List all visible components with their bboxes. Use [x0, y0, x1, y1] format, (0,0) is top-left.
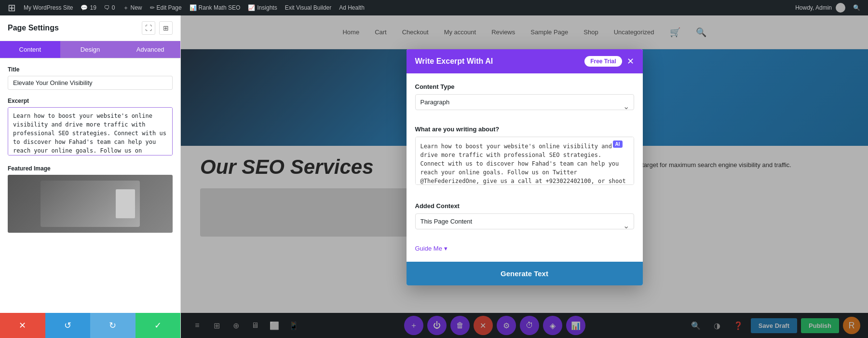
admin-bar-right: Howdy, Admin 🔍 [791, 0, 864, 15]
panel-tabs: Content Design Advanced [0, 41, 180, 58]
modal-footer: Generate Text [407, 262, 643, 285]
cancel-icon: ✕ [19, 320, 26, 331]
content-type-select[interactable]: Paragraph List Summary [415, 94, 634, 110]
admin-bar-search[interactable]: 🔍 [849, 0, 864, 15]
main-content-area: Home Cart Checkout My account Reviews Sa… [181, 15, 868, 338]
undo-icon: ↺ [64, 320, 71, 331]
title-input[interactable] [8, 76, 173, 90]
admin-bar-howdy[interactable]: Howdy, Admin [791, 0, 849, 15]
redo-icon: ↻ [109, 320, 116, 331]
plus-icon: ＋ [123, 4, 129, 12]
comments-count: 19 [90, 4, 96, 11]
admin-bar-new[interactable]: ＋ New [119, 0, 146, 15]
tab-advanced[interactable]: Advanced [120, 41, 180, 58]
avatar [836, 3, 845, 13]
added-context-label: Added Context [415, 202, 634, 210]
confirm-icon: ✓ [154, 320, 162, 331]
featured-image-thumb[interactable] [8, 175, 173, 233]
admin-bar-edit-page[interactable]: ✏ Edit Page [146, 0, 186, 15]
featured-image-group: Featured Image [8, 165, 173, 233]
panel-header: Page Settings ⛶ ⊞ [0, 15, 180, 41]
cancel-btn[interactable]: ✕ [0, 313, 45, 338]
panel-grid-btn[interactable]: ⊞ [159, 21, 173, 35]
modal-close-btn[interactable]: ✕ [627, 57, 634, 66]
edit-page-label: Edit Page [157, 4, 182, 11]
modal-question: What are you writing about? [415, 126, 634, 133]
content-type-label: Content Type [415, 83, 634, 90]
textarea-wrapper: Learn how to boost your website's online… [415, 137, 634, 195]
rank-math-label: Rank Math SEO [199, 4, 241, 11]
admin-bar-ad-health[interactable]: Ad Health [335, 0, 368, 15]
admin-bar-exit-builder[interactable]: Exit Visual Builder [281, 0, 336, 15]
admin-bar: ⊞ My WordPress Site 💬 19 🗨 0 ＋ New ✏ Edi… [0, 0, 868, 15]
panel-actions: ✕ ↺ ↻ ✓ [0, 313, 180, 338]
site-name-label: My WordPress Site [24, 4, 73, 11]
wp-logo-icon[interactable]: ⊞ [4, 2, 20, 14]
howdy-label: Howdy, Admin [795, 4, 832, 11]
modal-header-right: Free Trial ✕ [584, 56, 634, 67]
added-context-select[interactable]: This Page Content Custom Context [415, 213, 634, 229]
guide-me-btn[interactable]: Guide Me ▾ [415, 245, 634, 252]
modal-body: Content Type Paragraph List Summary ⌄ Wh… [407, 73, 643, 262]
panel-content: Title document.querySelector('[data-name… [0, 58, 180, 313]
insights-icon: 📈 [248, 4, 255, 11]
undo-btn[interactable]: ↺ [45, 313, 91, 338]
generate-text-btn[interactable]: Generate Text [407, 262, 643, 285]
ad-health-label: Ad Health [339, 4, 365, 11]
admin-bar-comments2[interactable]: 🗨 0 [100, 0, 119, 15]
excerpt-textarea[interactable]: Learn how to boost your website's online… [8, 107, 173, 155]
panel-expand-btn[interactable]: ⛶ [142, 21, 155, 35]
modal-header: Write Excerpt With AI Free Trial ✕ [407, 49, 643, 73]
modal-content-textarea[interactable]: Learn how to boost your website's online… [415, 137, 634, 185]
comment2-count: 0 [112, 4, 115, 11]
tab-design[interactable]: Design [60, 41, 121, 58]
title-label: Title [8, 66, 173, 73]
admin-bar-rank-math[interactable]: 📊 Rank Math SEO [186, 0, 244, 15]
guide-me-label: Guide Me [415, 245, 442, 252]
guide-me-chevron-icon: ▾ [444, 245, 448, 252]
comments-icon: 💬 [81, 4, 88, 11]
redo-btn[interactable]: ↻ [90, 313, 136, 338]
modal-title: Write Excerpt With AI [415, 57, 493, 66]
page-settings-panel: Page Settings ⛶ ⊞ Content Design Advance… [0, 15, 181, 338]
write-excerpt-modal: Write Excerpt With AI Free Trial ✕ Conte… [407, 49, 643, 285]
excerpt-label: Excerpt [8, 98, 173, 104]
rank-math-icon: 📊 [190, 4, 197, 11]
admin-bar-insights[interactable]: 📈 Insights [244, 0, 281, 15]
search-icon: 🔍 [853, 4, 860, 11]
title-field-group: Title document.querySelector('[data-name… [8, 66, 173, 90]
confirm-btn[interactable]: ✓ [136, 313, 181, 338]
tab-content[interactable]: Content [0, 41, 60, 58]
modal-overlay: Write Excerpt With AI Free Trial ✕ Conte… [181, 15, 868, 338]
panel-header-icons: ⛶ ⊞ [142, 21, 173, 35]
insights-label: Insights [257, 4, 277, 11]
admin-bar-site-name[interactable]: My WordPress Site [20, 0, 77, 15]
comment2-icon: 🗨 [104, 4, 110, 11]
excerpt-field-group: Excerpt Learn how to boost your website'… [8, 98, 173, 157]
exit-builder-label: Exit Visual Builder [285, 4, 332, 11]
ai-badge: AI [613, 141, 623, 148]
panel-title: Page Settings [8, 24, 59, 32]
new-label: New [131, 4, 142, 11]
edit-icon: ✏ [150, 4, 155, 11]
free-trial-badge[interactable]: Free Trial [584, 56, 622, 67]
featured-image-label: Featured Image [8, 165, 173, 172]
admin-bar-comments[interactable]: 💬 19 [77, 0, 100, 15]
